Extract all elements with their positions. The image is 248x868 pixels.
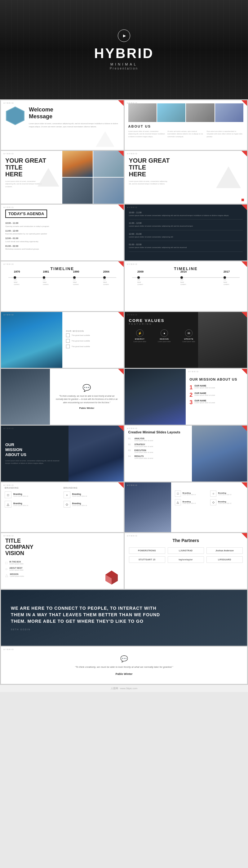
check-icon: [66, 339, 70, 343]
welcome-text: WelcomeMessage Lorem ipsum dolor sit ame…: [29, 106, 119, 128]
core-icon-2: ♦: [161, 330, 168, 337]
hero-subtitle: MINIMAL: [94, 62, 154, 66]
quote2-text: "To think creatively, we must be able to…: [75, 665, 173, 669]
agenda-dark-item-1: 10:00 - 11:00 Lorem ipsum dolor sit amet…: [129, 209, 243, 219]
timeline-line: 1970 Our label content 1981 Our label co…: [8, 277, 116, 278]
service2-icon-3: △: [175, 499, 181, 505]
mission-about-dark-layout: OurMissionAbout Us Lorem ipsum dolor sit…: [1, 426, 124, 482]
core-value-3: ✉ UPDATE Lorem ipsum dolor: [178, 330, 200, 342]
services1-content: BRANDING BRANDING □ Branding Lorem ipsum…: [1, 483, 124, 512]
partner-logo-1: POWERSTRONG: [129, 547, 165, 554]
quote2-author: Pablo Winter: [116, 673, 133, 676]
service-icon-1: □: [5, 491, 11, 498]
red-dot-deco: [242, 199, 244, 201]
creative-content: Creative Minimal Slides Layouts 01 ANALY…: [125, 426, 192, 482]
slide-agenda-white: HYBRID TODAY'S AGENDA 10:00 - 11:00 Open…: [1, 205, 124, 260]
slide-partners: HYBRID The Partners POWERSTRONG LJUNGTRA…: [125, 533, 247, 589]
speech-bubble-icon: 💬: [55, 384, 118, 392]
services2-icon-grid: □ Branding Lorem ipsum dolor sit ○ Brand…: [175, 491, 243, 505]
mission-about-dark-body: Lorem ipsum dolor sit amet, consectetur …: [5, 460, 64, 465]
hero-sub2: Presentation: [94, 67, 154, 70]
num-badge-1: 1: [189, 385, 192, 390]
service-item-2: ○ Branding Lorem ipsum dolor sit: [64, 491, 120, 498]
red-corner-deco: [118, 312, 124, 318]
mission-numbered-content: HYBRID Our Mission About Us 1 OUR NAME L…: [186, 369, 247, 425]
brand-label: HYBRID: [3, 207, 14, 208]
timeline2-line: 2009 Our label content 2014 Our label co…: [132, 277, 240, 278]
core-photo-bg: [198, 312, 247, 368]
photo-r3: [62, 178, 93, 204]
service2-icon-2: ○: [210, 491, 216, 497]
about-col-1: Lorem ipsum dolor sit amet, consectetur …: [128, 130, 165, 138]
partners-grid: POWERSTRONG LJUNGTRAD Joshua Anderson ST…: [129, 547, 243, 563]
slide-about: HYBRID ABOUT US Lorem ipsum dolor sit am…: [125, 100, 247, 150]
welcome-body: Lorem ipsum dolor sit amet, consectetur …: [29, 122, 119, 128]
company-item-1: □ IN THE BOX Lorem ipsum dolor: [5, 561, 119, 565]
red-corner-deco: [242, 369, 247, 374]
agenda-item-3: 12:00 - 01:00 Lunch break and networking…: [5, 237, 119, 243]
agenda-dark-item-3: 12:00 - 01:00 Lorem ipsum dolor sit amet…: [129, 230, 243, 241]
photos-right: [62, 151, 124, 204]
creative-item-4: 04 RESULTS Lorem ipsum dolor sit amet: [128, 455, 188, 459]
slide-quote-1: HYBRID 💬 "To think creatively, we must b…: [1, 369, 124, 425]
play-icon[interactable]: [118, 30, 130, 42]
company-item-3: △ MISSION Lorem ipsum dolor: [5, 573, 119, 578]
timeline2-dot-2: 2014 Our label content: [180, 276, 183, 279]
company-icon-3: △: [5, 573, 8, 578]
num-badge-3: 3: [189, 400, 192, 405]
quote-author: Pablo Winter: [55, 407, 118, 409]
agenda-dark-item-4: 01:00 - 02:00 Lorem ipsum dolor sit amet…: [129, 241, 243, 251]
brand-label: HYBRID: [3, 263, 14, 265]
service-item-4: ◇ Branding Lorem ipsum dolor sit: [64, 501, 120, 507]
slide-mission-photo: HYBRID OUR MISSION The great best subtit…: [1, 312, 124, 368]
numbered-item-2: 2 OUR NAME Lorem ipsum dolor sit amet: [189, 392, 243, 398]
services-icon-grid: □ Branding Lorem ipsum dolor sit ○ Brand…: [5, 491, 120, 507]
core-value-2: ♦ DESIGN Lorem ipsum dolor: [153, 330, 175, 342]
service2-item-4: ◇ Branding Lorem ipsum dolor sit: [210, 499, 243, 505]
mission-item-3: The great best subtitle: [66, 345, 120, 348]
hero-section: HYBRID MINIMAL Presentation: [0, 0, 248, 99]
title1-heading: YOUR GREATTITLEHERE: [5, 157, 58, 178]
mission-item-2: The great best subtitle: [66, 339, 120, 343]
red-corner-deco: [242, 205, 247, 210]
agenda-dark-item-2: 11:00 - 12:00 Lorem ipsum dolor sit amet…: [129, 219, 243, 230]
core-content: Core Values FEATURING ⚡ ENERGY Lorem ips…: [125, 312, 204, 349]
avatar: [6, 106, 25, 125]
service2-item-2: ○ Branding Lorem ipsum dolor sit: [210, 491, 243, 497]
timeline1-heading: Timeline: [5, 266, 119, 271]
speech-bubble-icon-2: 💬: [120, 655, 128, 662]
brand-label: HYBRID: [3, 314, 14, 316]
quote-layout: 💬 "To think creatively, we must be able …: [1, 369, 124, 425]
service2-item-3: △ Branding Lorem ipsum dolor sit: [175, 499, 208, 505]
partner-logo-4: STUTTGART 15: [129, 556, 165, 563]
mission-content: OUR MISSION The great best subtitle The …: [62, 312, 124, 368]
brand-label: HYBRID: [3, 484, 14, 486]
final-quote-author: SETH GODIN: [11, 628, 237, 630]
photo-r4: [93, 178, 124, 204]
numbered-item-1: 1 OUR NAME Lorem ipsum dolor sit amet: [189, 385, 243, 390]
service-item-1: □ Branding Lorem ipsum dolor sit: [5, 491, 61, 498]
check-icon: [66, 333, 70, 337]
title2-body: Lorem ipsum dolor sit amet, consectetur …: [129, 180, 169, 185]
slide-timeline-1: HYBRID Timeline 1970 Our label content 1…: [1, 261, 124, 311]
welcome-heading: WelcomeMessage: [29, 106, 119, 120]
timeline2-dot-3: 2017 Our label content: [223, 276, 226, 279]
core-value-1: ⚡ ENERGY Lorem ipsum dolor: [129, 330, 151, 342]
slide-services-1: HYBRID BRANDING BRANDING □ Branding Lore…: [1, 483, 124, 532]
final-quote-text: WE ARE HERE TO CONNECT TO PEOPLE, TO INT…: [11, 605, 166, 625]
brand-label: HYBRID: [3, 102, 14, 104]
services-header: BRANDING BRANDING: [5, 487, 120, 489]
company-items: □ IN THE BOX Lorem ipsum dolor ○ ABOUT B…: [5, 561, 119, 578]
brand-label: HYBRID: [127, 535, 138, 537]
about-content: ABOUT US Lorem ipsum dolor sit amet, con…: [128, 124, 244, 138]
numbered-item-3: 3 OUR NAME Lorem ipsum dolor sit amet: [189, 400, 243, 405]
slides-grid: HYBRID WelcomeMessage Lorem ipsum dolor …: [0, 99, 248, 685]
num-text-2: OUR NAME Lorem ipsum dolor sit amet: [194, 392, 215, 397]
core-icon-3: ✉: [185, 330, 192, 337]
creative-heading: Creative Minimal Slides Layouts: [128, 430, 188, 434]
red-corner-deco: [118, 369, 124, 374]
service2-icon-1: □: [175, 491, 181, 497]
quote2-content: 💬 "To think creatively, we must be able …: [1, 649, 247, 682]
num-text-3: OUR NAME Lorem ipsum dolor sit amet: [194, 400, 215, 404]
slide-welcome: HYBRID WelcomeMessage Lorem ipsum dolor …: [1, 100, 124, 150]
